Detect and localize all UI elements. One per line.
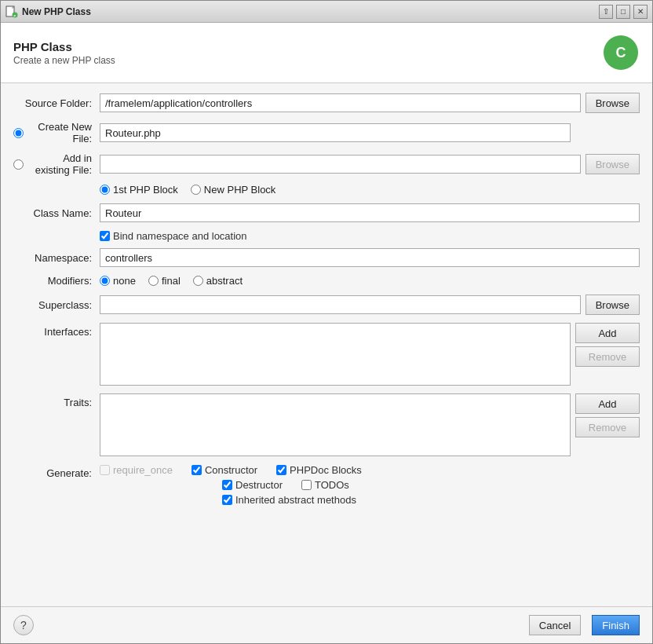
generate-label: Generate: xyxy=(13,464,100,479)
source-folder-row: Source Folder: Browse xyxy=(13,93,640,113)
dialog-footer: ? Cancel Finish xyxy=(1,606,652,643)
interfaces-row: Interfaces: Add Remove xyxy=(13,323,640,386)
superclass-label: Superclass: xyxy=(13,299,100,311)
generate-row-1: require_once Constructor PHPDoc Blocks xyxy=(100,464,362,476)
maximize-button[interactable]: □ xyxy=(616,5,630,19)
generate-checks: require_once Constructor PHPDoc Blocks xyxy=(100,464,362,506)
cancel-button[interactable]: Cancel xyxy=(529,615,581,635)
source-folder-label: Source Folder: xyxy=(13,97,100,109)
add-existing-file-radio[interactable] xyxy=(13,159,24,170)
source-folder-input[interactable] xyxy=(100,93,581,112)
modifiers-group: none final abstract xyxy=(100,275,243,287)
interfaces-area: Add Remove xyxy=(100,323,640,386)
interfaces-buttons: Add Remove xyxy=(575,323,640,367)
title-bar-controls: ⇧ □ ✕ xyxy=(599,5,648,19)
generate-row-2: Destructor TODOs xyxy=(222,479,362,491)
dialog-header: PHP Class Create a new PHP class C xyxy=(1,23,652,83)
superclass-input[interactable] xyxy=(100,295,581,314)
todos-checkbox[interactable] xyxy=(301,480,312,490)
modifier-none-radio[interactable] xyxy=(100,276,110,286)
constructor-checkbox[interactable] xyxy=(192,465,202,475)
dialog-content: Source Folder: Browse Create New File: A… xyxy=(1,83,652,606)
bind-namespace-checkbox[interactable] xyxy=(100,231,110,241)
modifier-abstract-label[interactable]: abstract xyxy=(193,275,243,287)
traits-area: Add Remove xyxy=(100,393,640,456)
help-button[interactable]: ? xyxy=(13,615,34,635)
require-once-label[interactable]: require_once xyxy=(100,464,173,476)
first-php-block-label[interactable]: 1st PHP Block xyxy=(100,184,178,196)
source-folder-browse-button[interactable]: Browse xyxy=(586,93,640,113)
namespace-row: Namespace: xyxy=(13,248,640,267)
bind-namespace-label[interactable]: Bind namespace and location xyxy=(100,230,247,242)
svg-text:C: C xyxy=(616,45,626,60)
finish-button[interactable]: Finish xyxy=(592,615,640,635)
traits-buttons: Add Remove xyxy=(575,393,640,437)
modifier-final-label[interactable]: final xyxy=(148,275,181,287)
class-name-label: Class Name: xyxy=(13,207,100,219)
generate-row: Generate: require_once Constructor PHPDo… xyxy=(13,464,640,506)
traits-row: Traits: Add Remove xyxy=(13,393,640,456)
modifier-final-radio[interactable] xyxy=(148,276,159,286)
generate-row-3: Inherited abstract methods xyxy=(222,494,362,506)
superclass-browse-button[interactable]: Browse xyxy=(586,295,640,315)
create-new-file-row: Create New File: xyxy=(13,121,640,145)
new-php-class-dialog: P New PHP Class ⇧ □ ✕ PHP Class Create a… xyxy=(0,0,653,644)
constructor-label[interactable]: Constructor xyxy=(192,464,257,476)
title-bar: P New PHP Class ⇧ □ ✕ xyxy=(1,1,652,23)
class-name-row: Class Name: xyxy=(13,203,640,222)
interfaces-listbox[interactable] xyxy=(100,323,571,386)
add-existing-file-input[interactable] xyxy=(100,155,581,174)
phpdoc-blocks-checkbox[interactable] xyxy=(276,465,286,475)
modifier-none-label[interactable]: none xyxy=(100,275,136,287)
class-name-input[interactable] xyxy=(100,203,640,222)
interfaces-add-button[interactable]: Add xyxy=(575,323,640,343)
traits-label: Traits: xyxy=(13,393,100,408)
traits-listbox[interactable] xyxy=(100,393,571,456)
new-php-block-label[interactable]: New PHP Block xyxy=(191,184,276,196)
modifiers-label: Modifiers: xyxy=(13,275,100,287)
interfaces-label: Interfaces: xyxy=(13,323,100,338)
traits-add-button[interactable]: Add xyxy=(575,393,640,414)
todos-label[interactable]: TODOs xyxy=(301,479,349,491)
create-new-file-radio[interactable] xyxy=(13,128,24,138)
new-php-block-radio[interactable] xyxy=(191,185,201,195)
phpdoc-blocks-label[interactable]: PHPDoc Blocks xyxy=(276,464,362,476)
destructor-label[interactable]: Destructor xyxy=(222,479,283,491)
inherited-abstract-methods-checkbox[interactable] xyxy=(222,495,232,505)
superclass-row: Superclass: Browse xyxy=(13,295,640,315)
php-class-logo-icon: C xyxy=(602,34,640,71)
title-bar-label: New PHP Class xyxy=(22,6,599,17)
php-block-row: 1st PHP Block New PHP Block xyxy=(100,184,640,196)
inherited-abstract-methods-label[interactable]: Inherited abstract methods xyxy=(222,494,356,506)
add-existing-file-label[interactable]: Add in existing File: xyxy=(27,152,92,176)
modifier-abstract-radio[interactable] xyxy=(193,276,203,286)
add-existing-browse-button[interactable]: Browse xyxy=(586,154,640,174)
add-existing-file-row: Add in existing File: Browse xyxy=(13,152,640,176)
first-php-block-radio[interactable] xyxy=(100,185,110,195)
header-subtitle: Create a new PHP class xyxy=(13,55,115,66)
namespace-input[interactable] xyxy=(100,248,640,267)
destructor-checkbox[interactable] xyxy=(222,480,232,490)
bind-namespace-row: Bind namespace and location xyxy=(100,230,640,242)
header-title: PHP Class xyxy=(13,40,115,53)
require-once-checkbox[interactable] xyxy=(100,465,110,475)
modifiers-row: Modifiers: none final abstract xyxy=(13,275,640,287)
create-new-file-label[interactable]: Create New File: xyxy=(27,121,92,145)
interfaces-remove-button[interactable]: Remove xyxy=(575,346,640,367)
traits-remove-button[interactable]: Remove xyxy=(575,417,640,437)
create-new-file-input[interactable] xyxy=(100,123,571,142)
dialog-icon: P xyxy=(5,5,18,18)
svg-text:P: P xyxy=(14,13,16,17)
minimize-button[interactable]: ⇧ xyxy=(599,5,613,19)
close-button[interactable]: ✕ xyxy=(633,5,648,19)
namespace-label: Namespace: xyxy=(13,252,100,264)
